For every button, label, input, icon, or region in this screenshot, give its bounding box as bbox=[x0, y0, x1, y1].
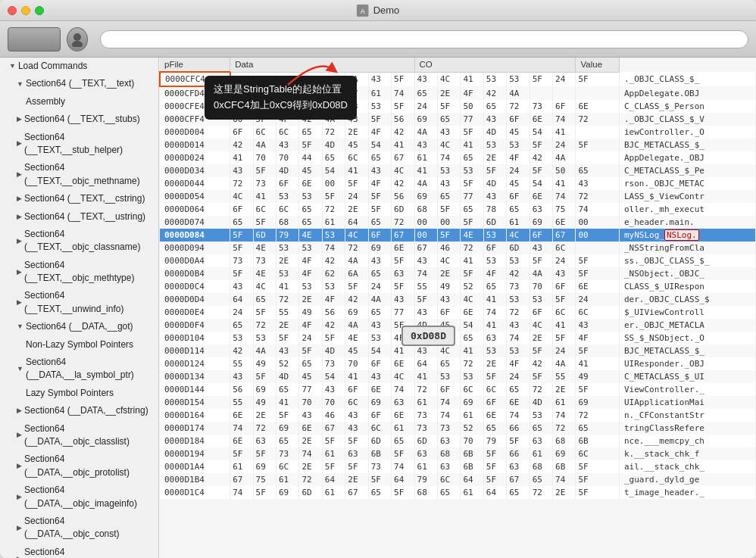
sidebar-item[interactable]: ▶Section64 (__DATA,__objc_const) bbox=[0, 513, 158, 544]
sidebar-item[interactable]: ▼Section64 (__TEXT,__text) bbox=[0, 75, 158, 92]
hex-byte: 53 bbox=[461, 370, 483, 383]
hex-byte: 53 bbox=[276, 190, 299, 203]
hex-table-container[interactable]: pFile Data CO Value 0000CFC420005F4F424A… bbox=[159, 58, 756, 558]
hex-byte: 74 bbox=[392, 383, 414, 396]
hex-byte: 67 bbox=[414, 242, 437, 254]
sidebar-item-label: Section64 (__TEXT,__stub_helper) bbox=[24, 131, 154, 157]
hex-byte: 65 bbox=[368, 486, 391, 499]
hex-byte: 5F bbox=[392, 280, 414, 293]
hex-byte: 67 bbox=[230, 473, 253, 486]
sidebar-item[interactable]: ▶Section64 (__TEXT,__objc_methname) bbox=[0, 159, 158, 190]
table-row: 0000D014424A435F4D455441434C4153535F245F… bbox=[160, 139, 756, 151]
address-cell: 0000D0B4 bbox=[160, 267, 230, 280]
hex-byte: 65 bbox=[576, 164, 619, 177]
hex-byte: 46 bbox=[437, 242, 460, 254]
hex-byte: 6E bbox=[368, 383, 391, 396]
hex-byte: 73 bbox=[322, 357, 345, 370]
hex-byte: 68 bbox=[530, 460, 552, 473]
hex-byte: 5F bbox=[299, 139, 322, 151]
hex-byte: 6C bbox=[368, 422, 391, 435]
hex-byte: 42 bbox=[230, 344, 253, 357]
hex-byte: 5F bbox=[230, 229, 253, 242]
hex-byte: 74 bbox=[322, 242, 345, 254]
hex-byte: 53 bbox=[507, 139, 530, 151]
hex-byte: 43 bbox=[368, 319, 391, 332]
value-cell: UIApplicationMai bbox=[619, 396, 755, 409]
hex-byte: 00 bbox=[414, 216, 437, 229]
hex-byte: 65 bbox=[461, 151, 483, 164]
search-input[interactable] bbox=[100, 30, 748, 48]
hex-byte: 44 bbox=[299, 151, 322, 164]
sidebar-item[interactable]: ▶Section64 (__TEXT,__stubs) bbox=[0, 111, 158, 128]
close-button[interactable] bbox=[8, 6, 17, 15]
hex-byte: 43 bbox=[368, 254, 391, 267]
hex-byte: 5F bbox=[253, 306, 276, 319]
toolbar-button-1[interactable] bbox=[8, 27, 61, 51]
hex-byte: 4A bbox=[414, 177, 437, 190]
hex-byte: 4A bbox=[530, 267, 552, 280]
hex-byte: 72 bbox=[461, 242, 483, 254]
hex-byte: 5F bbox=[461, 267, 483, 280]
hex-byte: 4D bbox=[530, 396, 552, 409]
sidebar-item[interactable]: ▶Section64 (__DATA,__objc_protolist) bbox=[0, 450, 158, 482]
hex-byte: 72 bbox=[322, 203, 345, 216]
sidebar-item[interactable]: ▶Section64 (__DATA,__objc_imageinfo) bbox=[0, 482, 158, 513]
sidebar-item[interactable]: ▶Section64 (__DATA,__cfstring) bbox=[0, 402, 158, 419]
hex-byte: 6E bbox=[230, 409, 253, 422]
sidebar-arrow: ▶ bbox=[17, 430, 22, 440]
address-cell: 0000D034 bbox=[160, 164, 230, 177]
hex-byte: 74 bbox=[230, 422, 253, 435]
hex-byte: 6D bbox=[483, 216, 506, 229]
hex-byte: 64 bbox=[483, 486, 506, 499]
sidebar-item[interactable]: ▼Section64 (__DATA,__got) bbox=[0, 318, 158, 335]
hex-byte: 00 bbox=[576, 216, 619, 229]
toolbar-button-2[interactable] bbox=[67, 27, 88, 51]
hex-byte: 74 bbox=[507, 409, 530, 422]
hex-byte: 5F bbox=[483, 370, 506, 383]
sidebar-item[interactable]: ▼Load Commands bbox=[0, 58, 158, 75]
sidebar-arrow: ▶ bbox=[17, 523, 22, 533]
hex-byte: 5F bbox=[576, 383, 619, 396]
hex-byte: 4D bbox=[276, 164, 299, 177]
value-cell: BJC_METACLASS_$_ bbox=[619, 139, 755, 151]
sidebar-item[interactable]: Lazy Symbol Pointers bbox=[0, 385, 158, 402]
hex-byte: 5F bbox=[414, 293, 437, 306]
table-row: 0000D1646E2E5F4346436F6E7374616E74537472… bbox=[160, 409, 756, 422]
sidebar-item[interactable]: ▶Section64 (__TEXT,__objc_methtype) bbox=[0, 257, 158, 288]
sidebar-arrow: ▶ bbox=[17, 194, 22, 204]
svg-point-2 bbox=[73, 33, 81, 41]
minimize-button[interactable] bbox=[21, 6, 30, 15]
hex-byte: 52 bbox=[461, 422, 483, 435]
sidebar-item[interactable]: ▶Section64 (__TEXT,__cstring) bbox=[0, 190, 158, 207]
hex-byte bbox=[576, 151, 619, 164]
sidebar-item[interactable]: ▼Section64 (__DATA,__la_symbol_ptr) bbox=[0, 354, 158, 385]
hex-byte: 2E bbox=[483, 357, 506, 370]
sidebar-item[interactable]: ▶Section64 (__TEXT,__stub_helper) bbox=[0, 129, 158, 160]
hex-byte: 41 bbox=[345, 164, 368, 177]
hex-byte: 6E bbox=[576, 100, 619, 113]
hex-byte: 42 bbox=[392, 177, 414, 190]
hex-byte: 41 bbox=[253, 190, 276, 203]
hex-byte: 41 bbox=[553, 126, 576, 139]
hex-byte: 6A bbox=[345, 267, 368, 280]
sidebar-item[interactable]: Non-Lazy Symbol Pointers bbox=[0, 336, 158, 354]
maximize-button[interactable] bbox=[35, 6, 44, 15]
value-cell: der._OBJC_CLASS_$ bbox=[619, 293, 755, 306]
sidebar-item[interactable]: ▶Section64 (__TEXT,__ustring) bbox=[0, 208, 158, 226]
sidebar-item[interactable]: ▶Section64 (__DATA,__objc_selrefs) bbox=[0, 544, 158, 558]
hex-byte: 61 bbox=[276, 473, 299, 486]
hex-byte: 65 bbox=[414, 86, 437, 100]
sidebar-item[interactable]: ▶Section64 (__TEXT,__unwind_info) bbox=[0, 287, 158, 318]
hex-byte: 61 bbox=[322, 486, 345, 499]
hex-byte: 5F bbox=[368, 113, 391, 126]
table-row: 0000D1747472696E67436C617373526566657265… bbox=[160, 422, 756, 435]
value-cell: _guard._dyld_ge bbox=[619, 473, 755, 486]
sidebar-item[interactable]: Assembly bbox=[0, 93, 158, 111]
hex-byte: 4C bbox=[437, 344, 460, 357]
hex-byte: 41 bbox=[276, 280, 299, 293]
sidebar-item[interactable]: ▶Section64 (__TEXT,__objc_classname) bbox=[0, 226, 158, 257]
sidebar-item[interactable]: ▶Section64 (__DATA,__objc_classlist) bbox=[0, 420, 158, 451]
hex-byte: 5F bbox=[230, 242, 253, 254]
address-cell: 0000D044 bbox=[160, 177, 230, 190]
hex-byte: 5F bbox=[576, 460, 619, 473]
